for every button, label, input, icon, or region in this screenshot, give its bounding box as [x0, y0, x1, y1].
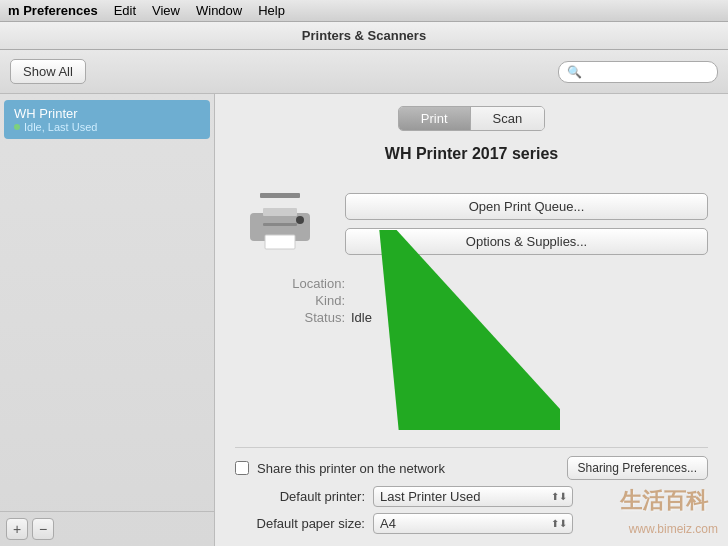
- default-printer-label: Default printer:: [235, 489, 365, 504]
- options-supplies-button[interactable]: Options & Supplies...: [345, 228, 708, 255]
- default-paper-label: Default paper size:: [235, 516, 365, 531]
- svg-point-4: [296, 216, 304, 224]
- sidebar-bottom: + −: [0, 511, 214, 546]
- info-fields: Location: Kind: Status: Idle: [235, 276, 708, 325]
- default-printer-select-wrapper: Last Printer Used ⬆⬇: [373, 486, 573, 507]
- help-menu-item[interactable]: Help: [258, 3, 285, 18]
- printer-status: Idle, Last Used: [14, 121, 200, 133]
- window-menu-item[interactable]: Window: [196, 3, 242, 18]
- printer-name: WH Printer: [14, 106, 200, 121]
- default-printer-row: Default printer: Last Printer Used ⬆⬇: [235, 486, 708, 507]
- share-checkbox[interactable]: [235, 461, 249, 475]
- location-label: Location:: [245, 276, 345, 291]
- printer-list-item[interactable]: WH Printer Idle, Last Used: [4, 100, 210, 139]
- default-printer-select[interactable]: Last Printer Used: [373, 486, 573, 507]
- open-print-queue-button[interactable]: Open Print Queue...: [345, 193, 708, 220]
- remove-printer-button[interactable]: −: [32, 518, 54, 540]
- share-row: Share this printer on the network Sharin…: [235, 456, 708, 480]
- printer-actions: Open Print Queue... Options & Supplies..…: [345, 183, 708, 255]
- location-value: [351, 276, 708, 291]
- show-all-button[interactable]: Show All: [10, 59, 86, 84]
- default-paper-select[interactable]: A4: [373, 513, 573, 534]
- toolbar: Show All 🔍: [0, 50, 728, 94]
- printer-header: WH Printer 2017 series: [235, 145, 708, 173]
- default-paper-row: Default paper size: A4 ⬆⬇: [235, 513, 708, 534]
- tab-bar: Print Scan: [235, 106, 708, 131]
- print-tab[interactable]: Print: [399, 107, 470, 130]
- detail-panel: Print Scan WH Printer 2017 series: [215, 94, 728, 546]
- kind-value: [351, 293, 708, 308]
- status-dot-icon: [14, 124, 20, 130]
- scan-tab[interactable]: Scan: [471, 107, 545, 130]
- svg-rect-5: [263, 223, 297, 226]
- app-menu-item[interactable]: m Preferences: [8, 3, 98, 18]
- sidebar: WH Printer Idle, Last Used + −: [0, 94, 215, 546]
- view-menu-item[interactable]: View: [152, 3, 180, 18]
- search-box: 🔍: [558, 61, 718, 83]
- status-label: Status:: [245, 310, 345, 325]
- window-title: Printers & Scanners: [302, 28, 426, 43]
- search-icon: 🔍: [567, 65, 582, 79]
- svg-rect-2: [263, 208, 297, 216]
- printer-model-title: WH Printer 2017 series: [235, 145, 708, 163]
- printer-icon-area: [235, 183, 325, 266]
- default-paper-select-wrapper: A4 ⬆⬇: [373, 513, 573, 534]
- sharing-preferences-button[interactable]: Sharing Preferences...: [567, 456, 708, 480]
- main-area: WH Printer Idle, Last Used + − Print Sca…: [0, 94, 728, 546]
- kind-label: Kind:: [245, 293, 345, 308]
- edit-menu-item[interactable]: Edit: [114, 3, 136, 18]
- bottom-bar: Share this printer on the network Sharin…: [235, 447, 708, 534]
- printer-content: Open Print Queue... Options & Supplies..…: [235, 183, 708, 266]
- title-bar: Printers & Scanners: [0, 22, 728, 50]
- status-value: Idle: [351, 310, 708, 325]
- share-label: Share this printer on the network: [257, 461, 559, 476]
- svg-rect-0: [260, 193, 300, 198]
- svg-rect-3: [265, 235, 295, 249]
- printer-icon: [235, 183, 325, 263]
- menu-bar: m Preferences Edit View Window Help: [0, 0, 728, 22]
- add-printer-button[interactable]: +: [6, 518, 28, 540]
- tab-group: Print Scan: [398, 106, 545, 131]
